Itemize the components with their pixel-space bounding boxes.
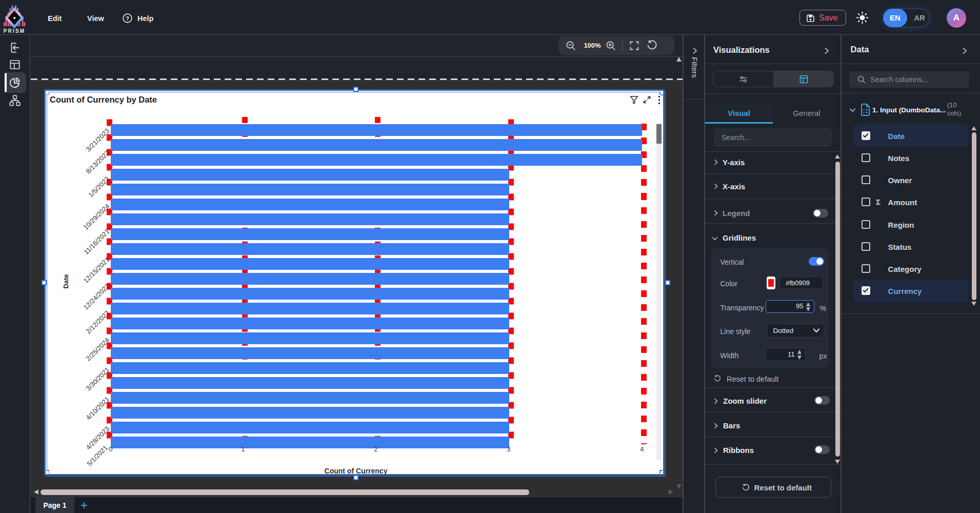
- svg-text:PRISM: PRISM: [4, 28, 26, 34]
- svg-text:?: ?: [126, 15, 129, 22]
